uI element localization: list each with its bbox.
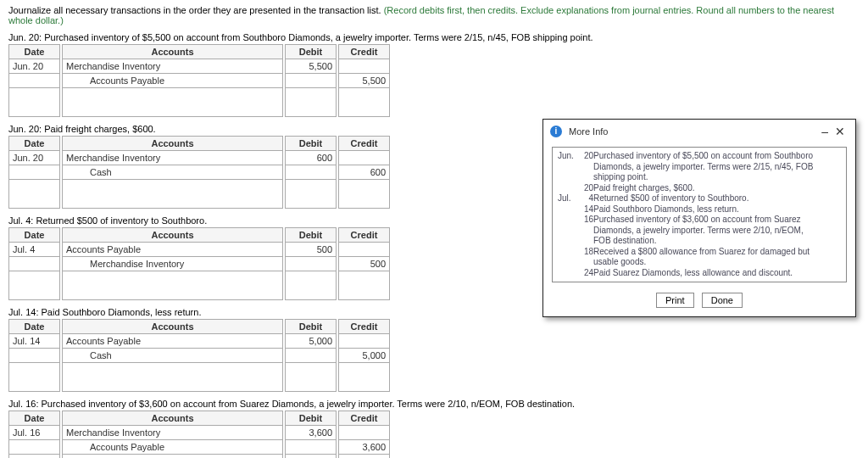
cell-credit[interactable] (339, 455, 390, 459)
cell-date[interactable] (9, 455, 60, 459)
event-row: Jul.4Returned $500 of inventory to South… (558, 193, 841, 204)
table-row: Jun. 20Merchandise Inventory600 (9, 151, 390, 165)
col-debit-header: Debit (286, 320, 337, 334)
cell-credit[interactable] (339, 426, 390, 440)
cell-account[interactable] (63, 88, 283, 117)
cell-date[interactable] (9, 257, 60, 271)
cell-date[interactable] (9, 165, 60, 180)
cell-account[interactable]: Accounts Payable (63, 243, 283, 257)
close-icon[interactable]: ✕ (832, 125, 849, 138)
cell-credit[interactable] (339, 88, 390, 117)
cell-credit[interactable]: 5,000 (339, 349, 390, 363)
cell-date[interactable] (9, 271, 60, 300)
cell-account[interactable]: Merchandise Inventory (63, 426, 283, 440)
event-month: Jun. (558, 151, 581, 162)
cell-debit[interactable] (286, 180, 337, 209)
journal-table: DateAccountsDebitCreditJul. 14Accounts P… (8, 319, 390, 392)
event-day: 18 (581, 247, 593, 258)
table-row: Jun. 20Merchandise Inventory5,500 (9, 59, 390, 74)
cell-account[interactable]: Accounts Payable (63, 440, 283, 455)
cell-credit[interactable] (339, 151, 390, 165)
table-row: Jul. 16Merchandise Inventory3,600 (9, 426, 390, 440)
event-day: 14 (581, 204, 593, 215)
col-accounts-header: Accounts (63, 320, 283, 334)
cell-credit[interactable] (339, 59, 390, 74)
cell-credit[interactable] (339, 243, 390, 257)
cell-date[interactable]: Jun. 20 (9, 59, 60, 74)
col-debit-header: Debit (286, 45, 337, 59)
minimize-icon[interactable]: – (818, 125, 832, 138)
col-debit-header: Debit (286, 137, 337, 151)
cell-credit[interactable] (339, 363, 390, 392)
cell-debit[interactable] (286, 440, 337, 455)
cell-date[interactable]: Jun. 20 (9, 151, 60, 165)
instructions: Journalize all necessary transactions in… (8, 5, 860, 25)
event-text: Paid Southboro Diamonds, less return. (593, 204, 822, 215)
cell-debit[interactable]: 5,500 (286, 59, 337, 74)
event-day: 20 (581, 151, 593, 162)
cell-date[interactable] (9, 74, 60, 88)
cell-debit[interactable]: 600 (286, 151, 337, 165)
col-debit-header: Debit (286, 411, 337, 426)
table-row: Cash5,000 (9, 349, 390, 363)
table-row (9, 180, 390, 209)
col-date-header: Date (9, 45, 60, 59)
cell-date[interactable]: Jul. 4 (9, 243, 60, 257)
cell-debit[interactable]: 3,600 (286, 426, 337, 440)
journal-table: DateAccountsDebitCreditJul. 16Merchandis… (8, 411, 390, 458)
table-row (9, 363, 390, 392)
cell-date[interactable]: Jul. 16 (9, 426, 60, 440)
cell-credit[interactable] (339, 334, 390, 349)
table-row (9, 455, 390, 459)
cell-credit[interactable]: 500 (339, 257, 390, 271)
cell-debit[interactable] (286, 349, 337, 363)
cell-account[interactable]: Cash (63, 349, 283, 363)
col-credit-header: Credit (339, 228, 390, 243)
cell-account[interactable] (63, 271, 283, 300)
event-text: Returned $500 of inventory to Southboro. (593, 193, 822, 204)
table-row: Accounts Payable5,500 (9, 74, 390, 88)
cell-account[interactable]: Accounts Payable (63, 74, 283, 88)
cell-account[interactable] (63, 180, 283, 209)
cell-credit[interactable] (339, 271, 390, 300)
cell-credit[interactable]: 600 (339, 165, 390, 180)
col-credit-header: Credit (339, 411, 390, 426)
table-row: Jul. 14Accounts Payable5,000 (9, 334, 390, 349)
cell-account[interactable]: Cash (63, 165, 283, 180)
cell-debit[interactable] (286, 88, 337, 117)
cell-debit[interactable] (286, 455, 337, 459)
cell-date[interactable] (9, 180, 60, 209)
col-credit-header: Credit (339, 45, 390, 59)
cell-account[interactable]: Merchandise Inventory (63, 59, 283, 74)
cell-account[interactable] (63, 363, 283, 392)
cell-date[interactable] (9, 363, 60, 392)
cell-account[interactable]: Merchandise Inventory (63, 257, 283, 271)
journal-table: DateAccountsDebitCreditJun. 20Merchandis… (8, 44, 390, 117)
cell-debit[interactable] (286, 257, 337, 271)
cell-date[interactable]: Jul. 14 (9, 334, 60, 349)
print-button[interactable]: Print (656, 293, 694, 308)
cell-account[interactable] (63, 455, 283, 459)
dialog-buttons: Print Done (543, 289, 855, 316)
event-row: 18Received a $800 allowance from Suarez … (558, 247, 841, 268)
cell-credit[interactable]: 3,600 (339, 440, 390, 455)
done-button[interactable]: Done (702, 293, 743, 308)
col-credit-header: Credit (339, 137, 390, 151)
cell-debit[interactable] (286, 363, 337, 392)
cell-date[interactable] (9, 440, 60, 455)
event-text: Paid Suarez Diamonds, less allowance and… (593, 268, 822, 279)
cell-debit[interactable]: 500 (286, 243, 337, 257)
cell-account[interactable]: Accounts Payable (63, 334, 283, 349)
cell-account[interactable]: Merchandise Inventory (63, 151, 283, 165)
table-row: Cash600 (9, 165, 390, 180)
cell-debit[interactable]: 5,000 (286, 334, 337, 349)
cell-credit[interactable]: 5,500 (339, 74, 390, 88)
cell-debit[interactable] (286, 271, 337, 300)
cell-credit[interactable] (339, 180, 390, 209)
cell-date[interactable] (9, 88, 60, 117)
cell-debit[interactable] (286, 74, 337, 88)
col-date-header: Date (9, 137, 60, 151)
dialog-title: More Info (569, 126, 818, 137)
cell-debit[interactable] (286, 165, 337, 180)
cell-date[interactable] (9, 349, 60, 363)
